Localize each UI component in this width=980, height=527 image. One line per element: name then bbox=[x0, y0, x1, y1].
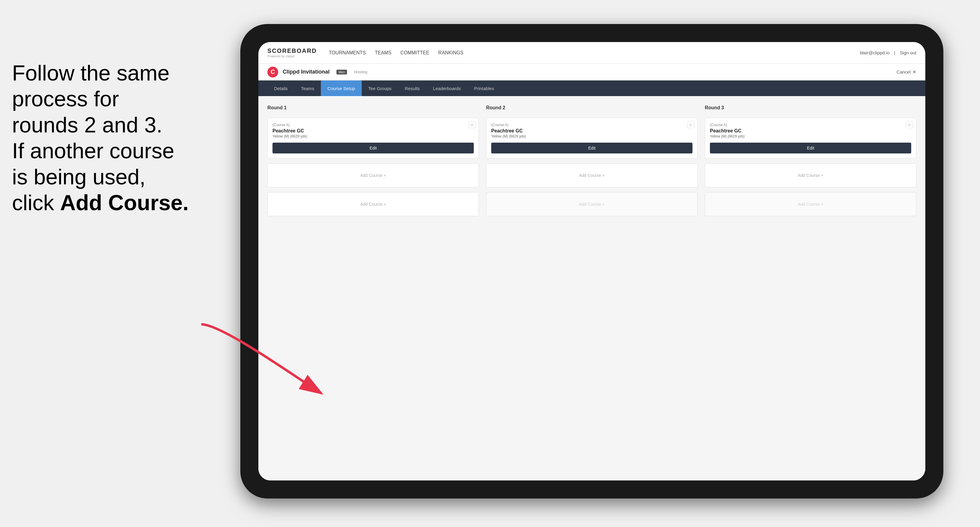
tournament-name: Clippd Invitational bbox=[283, 69, 329, 75]
round-1-add-course-text-1: Add Course + bbox=[360, 173, 386, 178]
nav-committee[interactable]: COMMITTEE bbox=[401, 50, 429, 56]
instruction-panel: Follow the same process for rounds 2 and… bbox=[0, 54, 228, 222]
nav-teams[interactable]: TEAMS bbox=[375, 50, 391, 56]
tab-leaderboards[interactable]: Leaderboards bbox=[426, 81, 468, 96]
round-1-add-course-2[interactable]: Add Course + bbox=[267, 192, 479, 216]
round-3-column: Round 3 ○ (Course A) Peachtree GC Yellow… bbox=[705, 105, 916, 216]
tab-tee-groups[interactable]: Tee Groups bbox=[362, 81, 398, 96]
instruction-line6-bold: Add Course. bbox=[60, 190, 189, 215]
top-navigation: SCOREBOARD Powered by clippd TOURNAMENTS… bbox=[258, 42, 925, 63]
round-3-title: Round 3 bbox=[705, 105, 916, 111]
round-2-edit-button[interactable]: Edit bbox=[491, 143, 692, 154]
tab-printables[interactable]: Printables bbox=[468, 81, 501, 96]
round-2-remove-button[interactable]: ○ bbox=[687, 121, 694, 128]
round-1-course-name: Peachtree GC bbox=[272, 128, 474, 133]
nav-links: TOURNAMENTS TEAMS COMMITTEE RANKINGS bbox=[329, 50, 463, 56]
hosting-label: Hosting bbox=[354, 70, 367, 74]
round-2-course-card: ○ (Course A) Peachtree GC Yellow (M) (66… bbox=[486, 118, 698, 159]
round-1-remove-button[interactable]: ○ bbox=[468, 121, 476, 128]
clippd-logo: C bbox=[267, 67, 278, 78]
nav-separator: | bbox=[894, 50, 895, 55]
round-3-edit-button[interactable]: Edit bbox=[710, 143, 911, 154]
tab-teams[interactable]: Teams bbox=[294, 81, 321, 96]
round-3-add-course-text-1: Add Course + bbox=[798, 173, 824, 178]
round-2-course-details: Yellow (M) (6629 yds) bbox=[491, 134, 692, 138]
instruction-line1: Follow the same bbox=[12, 61, 169, 85]
user-email: blair@clippd.io bbox=[860, 50, 889, 55]
round-3-course-name: Peachtree GC bbox=[710, 128, 911, 133]
round-3-course-details: Yellow (M) (6629 yds) bbox=[710, 134, 911, 138]
instruction-line2: process for bbox=[12, 87, 119, 111]
round-3-add-course-1[interactable]: Add Course + bbox=[705, 163, 916, 187]
instruction-line3: rounds 2 and 3. bbox=[12, 113, 162, 137]
tablet-device: SCOREBOARD Powered by clippd TOURNAMENTS… bbox=[240, 24, 943, 498]
round-1-edit-button[interactable]: Edit bbox=[272, 143, 474, 154]
tab-details[interactable]: Details bbox=[267, 81, 294, 96]
instruction-line5: is being used, bbox=[12, 165, 145, 189]
gender-badge: Men bbox=[336, 70, 347, 75]
round-1-add-course-text-2: Add Course + bbox=[360, 202, 386, 206]
sub-header: C Clippd Invitational Men Hosting Cancel… bbox=[258, 63, 925, 81]
round-1-title: Round 1 bbox=[267, 105, 479, 111]
round-2-course-label: (Course A) bbox=[491, 123, 692, 127]
round-2-title: Round 2 bbox=[486, 105, 698, 111]
round-2-column: Round 2 ○ (Course A) Peachtree GC Yellow… bbox=[486, 105, 698, 216]
round-2-course-name: Peachtree GC bbox=[491, 128, 692, 133]
round-1-course-label: (Course A) bbox=[272, 123, 474, 127]
round-1-add-course-1[interactable]: Add Course + bbox=[267, 163, 479, 187]
round-2-add-course-2: Add Course + bbox=[486, 192, 698, 216]
nav-tournaments[interactable]: TOURNAMENTS bbox=[329, 50, 366, 56]
round-3-course-label: (Course A) bbox=[710, 123, 911, 127]
round-3-course-card: ○ (Course A) Peachtree GC Yellow (M) (66… bbox=[705, 118, 916, 159]
instruction-line4: If another course bbox=[12, 139, 174, 163]
cancel-icon: ✕ bbox=[912, 69, 916, 75]
cancel-label: Cancel bbox=[896, 69, 911, 75]
cancel-button[interactable]: Cancel ✕ bbox=[896, 69, 916, 75]
round-1-course-details: Yellow (M) (6629 yds) bbox=[272, 134, 474, 138]
rounds-grid: Round 1 ○ (Course A) Peachtree GC Yellow… bbox=[267, 105, 916, 216]
tab-course-setup[interactable]: Course Setup bbox=[321, 81, 362, 96]
tab-bar: Details Teams Course Setup Tee Groups Re… bbox=[258, 81, 925, 96]
sub-header-left: C Clippd Invitational Men Hosting bbox=[267, 67, 367, 78]
sign-out-link[interactable]: Sign out bbox=[900, 50, 916, 55]
round-2-add-course-text-2: Add Course + bbox=[579, 202, 605, 206]
main-content: Round 1 ○ (Course A) Peachtree GC Yellow… bbox=[258, 96, 925, 481]
round-2-add-course-text-1: Add Course + bbox=[579, 173, 605, 178]
round-2-add-course-1[interactable]: Add Course + bbox=[486, 163, 698, 187]
round-1-column: Round 1 ○ (Course A) Peachtree GC Yellow… bbox=[267, 105, 479, 216]
nav-right: blair@clippd.io | Sign out bbox=[860, 50, 916, 55]
nav-rankings[interactable]: RANKINGS bbox=[438, 50, 464, 56]
round-1-course-card: ○ (Course A) Peachtree GC Yellow (M) (66… bbox=[267, 118, 479, 159]
tab-results[interactable]: Results bbox=[398, 81, 426, 96]
nav-left: SCOREBOARD Powered by clippd TOURNAMENTS… bbox=[267, 48, 463, 58]
round-3-remove-button[interactable]: ○ bbox=[906, 121, 913, 128]
instruction-line6-prefix: click bbox=[12, 190, 60, 215]
scoreboard-logo: SCOREBOARD Powered by clippd bbox=[267, 48, 317, 58]
round-3-add-course-2: Add Course + bbox=[705, 192, 916, 216]
round-3-add-course-text-2: Add Course + bbox=[798, 202, 824, 206]
tablet-screen: SCOREBOARD Powered by clippd TOURNAMENTS… bbox=[258, 42, 925, 481]
scoreboard-title: SCOREBOARD bbox=[267, 48, 317, 54]
powered-by-label: Powered by clippd bbox=[267, 54, 317, 58]
